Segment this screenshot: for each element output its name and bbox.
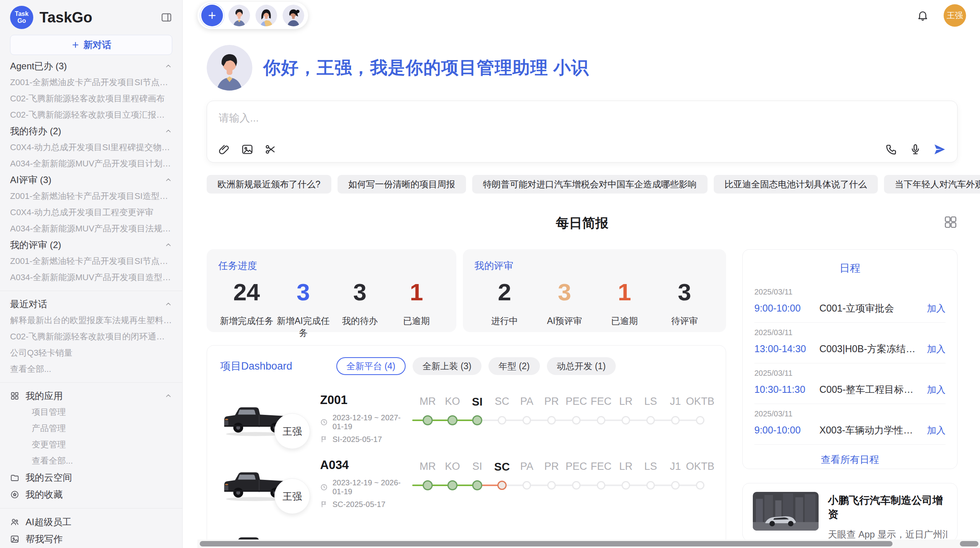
chat-composer[interactable]: 请输入... [207,101,958,163]
sidebar-item[interactable]: 查看全部... [10,361,172,377]
sidebar-item[interactable]: 解释最新出台的欧盟报废车法规再生塑料比例被调至15%... [10,312,172,329]
milestone-dot[interactable] [597,481,605,490]
sidebar-item[interactable]: C0X4-动力总成开发项目工程变更评审 [10,204,172,221]
schedule-time: 10:30-11:30 [754,384,819,395]
suggestion-chip[interactable]: 比亚迪全固态电池计划具体说了什么 [714,175,878,194]
dashboard-tab[interactable]: 动总开发 (1) [547,357,616,375]
add-agent-button[interactable] [201,5,223,26]
sidebar-item[interactable]: C02-飞腾新能源轻客改款项目里程碑画布 [10,91,172,107]
milestone-dot[interactable] [671,416,680,425]
chevron-up-icon[interactable] [164,300,172,308]
suggestion-chip[interactable]: 特朗普可能对进口汽车增税会对中国车企造成哪些影响 [472,175,708,194]
agent-avatar-3[interactable] [283,5,304,26]
sidebar-item[interactable]: 公司Q3轻卡销量 [10,345,172,361]
main-area: 王强 你好，王强，我是你的项目管理助理 小识 请输入... [183,0,980,548]
milestone-dot[interactable] [622,481,630,490]
agent-avatar-1[interactable] [228,5,250,26]
milestone-dot[interactable] [472,415,482,425]
dashboard-tab[interactable]: 年型 (2) [488,357,540,375]
suggestion-chip[interactable]: 欧洲新规最近颁布了什么? [207,175,331,194]
suggestion-chip[interactable]: 如何写一份清晰的项目周报 [338,175,466,194]
chevron-up-icon[interactable] [164,127,172,135]
sidebar-item[interactable]: Z001-全新燃油轻卡产品开发项目SI节点属性5D文件评审 [10,253,172,269]
send-icon[interactable] [933,143,946,156]
sidebar-section-header[interactable]: AI评审 (3) [10,172,172,188]
milestone-dot[interactable] [572,416,581,425]
notification-bell-icon[interactable] [917,9,929,22]
news-card[interactable]: 小鹏飞行汽车制造公司增资 天眼查 App 显示，近日广州汇天飞行汽... [742,483,958,541]
chevron-up-icon[interactable] [164,392,172,400]
scrollbar-thumb[interactable] [200,541,893,546]
join-meeting-link[interactable]: 加入 [927,343,946,355]
sidebar-item[interactable]: Z001-全新燃油皮卡产品开发项目SI节点Lesson Learn报告 [10,74,172,91]
milestone-dot[interactable] [523,416,531,425]
horizontal-scrollbar[interactable] [197,539,980,548]
sidebar-item[interactable]: 查看全部... [10,453,172,469]
sidebar-item[interactable]: 项目管理 [10,404,172,420]
milestone-dot[interactable] [447,480,457,490]
sidebar-item[interactable]: C0X4-动力总成开发项目SI里程碑提交物检查 [10,139,172,156]
milestone-dot[interactable] [547,481,556,490]
join-meeting-link[interactable]: 加入 [927,384,946,396]
milestone-dot[interactable] [497,481,507,490]
chevron-up-icon[interactable] [164,241,172,249]
milestone-dot[interactable] [498,416,506,425]
sidebar-item[interactable]: C02-飞腾新能源轻客改款项目立项汇报方案 [10,107,172,123]
milestone-dot[interactable] [423,415,433,425]
sidebar-tool-users[interactable]: AI超级员工 [10,514,172,531]
join-meeting-link[interactable]: 加入 [927,424,946,437]
milestone-dot[interactable] [671,481,680,490]
composer-toolbar [218,143,946,156]
sidebar-item[interactable]: A034-全新新能源MUV产品开发项目计划变更表编写 [10,156,172,172]
milestone-dot[interactable] [646,416,655,425]
milestone-dot[interactable] [696,416,704,425]
sidebar-item[interactable]: C02-飞腾新能源轻客改款项目的闭环通告反馈情况 [10,329,172,345]
milestone-dot[interactable] [696,481,704,490]
screenshot-icon[interactable] [264,143,277,156]
chevron-up-icon[interactable] [164,176,172,184]
sidebar-section-header[interactable]: 我的待办 (2) [10,123,172,139]
milestone-dot[interactable] [547,416,556,425]
sidebar-section-header[interactable]: 最近对话 [10,296,172,312]
milestone-dot[interactable] [597,416,605,425]
flag-icon [320,435,328,443]
dashboard-tab[interactable]: 全新平台 (4) [336,357,406,375]
dashboard-header: 项目Dashboard 全新平台 (4)全新上装 (3)年型 (2)动总开发 (… [220,357,713,375]
sidebar-item[interactable]: 产品管理 [10,420,172,437]
sidebar-item[interactable]: A034-全新新能源MUV产品开发项目法规符合性评审 [10,221,172,237]
suggestion-chip[interactable]: 当下年轻人对汽车外观有怎样的喜好趋势 [884,175,980,194]
sidebar-link-star-badge[interactable]: 我的收藏 [10,486,172,503]
layout-grid-icon[interactable] [944,215,958,229]
sidebar-tool-image[interactable]: 帮我写作 [10,531,172,548]
chevron-up-icon[interactable] [164,62,172,70]
scrollbar-thumb-right[interactable] [960,541,978,546]
sidebar-section-header[interactable]: 我的评审 (2) [10,237,172,253]
sidebar-item[interactable]: A034-全新新能源MUV产品开发项目造型可行性评审 [10,269,172,286]
attach-file-icon[interactable] [218,143,230,156]
milestone-dot[interactable] [472,480,482,490]
milestone-dot[interactable] [622,416,630,425]
sidebar-item[interactable]: 变更管理 [10,437,172,453]
milestone-dot[interactable] [447,415,457,425]
logo-text-bottom: Go [17,17,26,24]
voice-call-icon[interactable] [885,143,898,156]
collapse-sidebar-icon[interactable] [161,12,172,23]
user-avatar[interactable]: 王强 [944,4,966,27]
sidebar-section-header[interactable]: Agent已办 (3) [10,58,172,74]
join-meeting-link[interactable]: 加入 [927,302,946,315]
agent-avatar-2[interactable] [255,5,277,26]
sidebar-link-folder[interactable]: 我的云空间 [10,469,172,486]
milestone-dot[interactable] [423,480,433,490]
microphone-icon[interactable] [909,143,922,156]
milestone-dot[interactable] [523,481,531,490]
sidebar-section-header[interactable]: 我的应用 [10,388,172,404]
sidebar-item[interactable]: Z001-全新燃油轻卡产品开发项目SI造型提交物评审 [10,188,172,204]
milestone-dot[interactable] [572,481,581,490]
news-body: 小鹏飞行汽车制造公司增资 天眼查 App 显示，近日广州汇天飞行汽... [828,492,947,532]
plus-icon [71,41,80,49]
dashboard-tab[interactable]: 全新上装 (3) [413,357,482,375]
new-chat-button[interactable]: 新对话 [10,35,172,55]
milestone-dot[interactable] [646,481,655,490]
view-all-schedule-link[interactable]: 查看所有日程 [754,445,946,466]
attach-image-icon[interactable] [241,143,254,156]
